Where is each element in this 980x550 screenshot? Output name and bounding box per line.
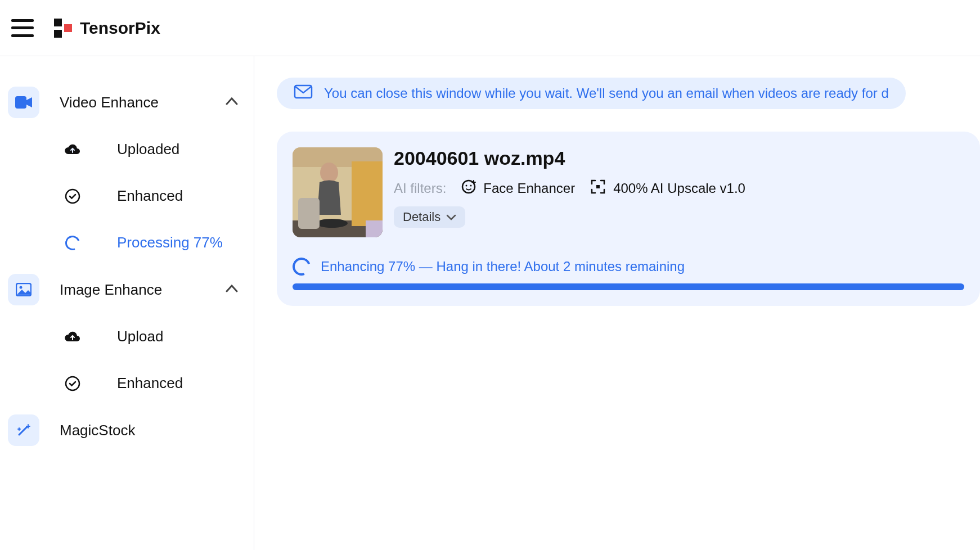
svg-point-19 <box>470 185 472 187</box>
topbar: TensorPix <box>0 0 980 56</box>
svg-rect-16 <box>366 220 383 237</box>
sidebar-section-video-label: Video Enhance <box>60 94 205 111</box>
check-circle-icon <box>64 376 81 391</box>
sidebar-item-image-upload[interactable]: Upload <box>8 313 246 360</box>
magic-wand-icon <box>8 414 39 446</box>
svg-point-13 <box>320 163 338 183</box>
app-name: TensorPix <box>80 19 160 38</box>
filter-face-enhancer: Face Enhancer <box>461 179 575 198</box>
chevron-down-icon <box>446 210 456 224</box>
filter-upscale: 400% AI Upscale v1.0 <box>590 178 745 199</box>
image-icon <box>8 274 39 305</box>
main-content: You can close this window while you wait… <box>254 56 980 550</box>
sidebar-section-video[interactable]: Video Enhance <box>8 79 246 126</box>
expand-icon <box>590 178 606 199</box>
svg-point-7 <box>66 377 79 390</box>
details-button[interactable]: Details <box>394 206 465 228</box>
sidebar-item-label: Processing 77% <box>117 234 223 251</box>
app-logo[interactable]: TensorPix <box>54 19 160 38</box>
sidebar-item-label: Upload <box>117 328 163 345</box>
info-banner-text: You can close this window while you wait… <box>324 85 889 101</box>
details-label: Details <box>403 210 440 224</box>
svg-rect-20 <box>596 185 600 188</box>
progress-fill <box>293 283 964 290</box>
sidebar-section-image-label: Image Enhance <box>60 281 205 299</box>
svg-point-4 <box>66 190 79 203</box>
svg-rect-12 <box>352 161 383 226</box>
menu-toggle-button[interactable] <box>11 19 34 37</box>
filters-label: AI filters: <box>394 181 446 196</box>
progress-text: Enhancing 77% — Hang in there! About 2 m… <box>321 259 685 274</box>
svg-point-18 <box>466 185 467 187</box>
sidebar-item-image-enhanced[interactable]: Enhanced <box>8 360 246 407</box>
logo-icon <box>54 19 73 38</box>
svg-point-14 <box>316 219 348 228</box>
chevron-up-icon <box>226 97 238 107</box>
filter-label: Face Enhancer <box>483 181 575 196</box>
svg-rect-2 <box>64 24 72 32</box>
upload-cloud-icon <box>64 331 81 343</box>
face-icon <box>461 179 476 198</box>
chevron-up-icon <box>226 285 238 295</box>
svg-point-6 <box>20 286 23 289</box>
sidebar-item-video-uploaded[interactable]: Uploaded <box>8 126 246 173</box>
job-card: 20040601 woz.mp4 AI filters: <box>277 132 980 306</box>
svg-rect-3 <box>15 96 26 109</box>
sidebar-item-video-processing[interactable]: Processing 77% <box>8 219 246 266</box>
check-circle-icon <box>64 188 81 204</box>
sidebar-item-label: Uploaded <box>117 141 179 158</box>
spinner-icon <box>293 258 311 276</box>
info-banner: You can close this window while you wait… <box>277 78 906 109</box>
sidebar-item-video-enhanced[interactable]: Enhanced <box>8 173 246 219</box>
progress-bar <box>293 283 964 290</box>
mail-icon <box>294 84 313 102</box>
sidebar-item-magicstock[interactable]: MagicStock <box>8 407 246 454</box>
upload-cloud-icon <box>64 143 81 156</box>
video-thumbnail[interactable] <box>293 147 383 237</box>
svg-rect-15 <box>298 198 320 229</box>
spinner-icon <box>64 236 81 250</box>
sidebar-section-image[interactable]: Image Enhance <box>8 266 246 313</box>
sidebar-item-label: Enhanced <box>117 187 183 205</box>
svg-rect-1 <box>54 30 62 38</box>
svg-rect-0 <box>54 19 62 26</box>
sidebar: Video Enhance Uploaded <box>0 56 254 550</box>
job-title: 20040601 woz.mp4 <box>394 147 964 169</box>
sidebar-item-label: MagicStock <box>60 422 246 439</box>
sidebar-item-label: Enhanced <box>117 375 183 392</box>
video-icon <box>8 87 39 118</box>
progress-status: Enhancing 77% — Hang in there! About 2 m… <box>293 258 964 276</box>
filter-label: 400% AI Upscale v1.0 <box>613 181 745 196</box>
